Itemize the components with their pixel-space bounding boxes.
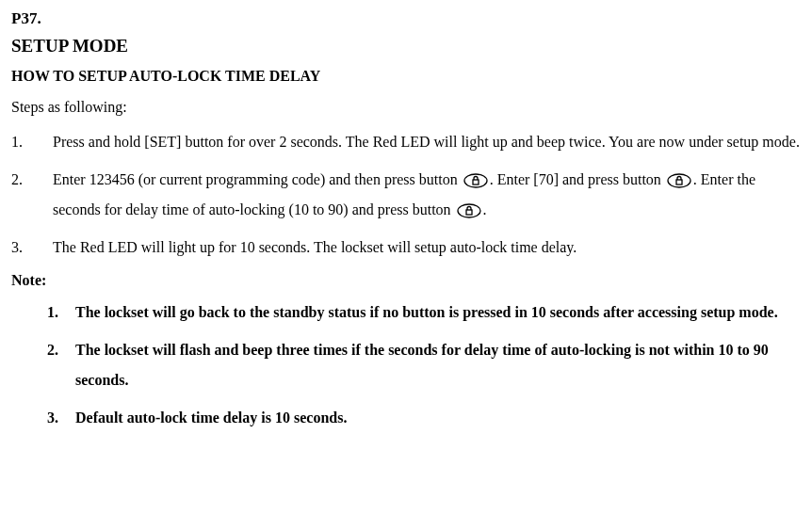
step-text-part: . xyxy=(483,201,487,217)
note-item: 3. Default auto-lock time delay is 10 se… xyxy=(47,403,801,433)
svg-rect-5 xyxy=(466,210,472,215)
note-number: 3. xyxy=(47,403,75,433)
step-text: The Red LED will light up for 10 seconds… xyxy=(53,233,801,263)
svg-rect-3 xyxy=(676,180,682,185)
step-number: 3. xyxy=(11,233,53,263)
note-text: Default auto-lock time delay is 10 secon… xyxy=(75,403,801,433)
note-text: The lockset will go back to the standby … xyxy=(75,297,801,328)
step-item: 3. The Red LED will light up for 10 seco… xyxy=(11,233,801,263)
note-item: 1. The lockset will go back to the stand… xyxy=(47,297,801,328)
step-item: 1. Press and hold [SET] button for over … xyxy=(11,127,801,157)
step-text: Press and hold [SET] button for over 2 s… xyxy=(53,127,801,157)
step-number: 2. xyxy=(11,165,53,225)
note-text: The lockset will flash and beep three ti… xyxy=(75,335,801,395)
svg-rect-1 xyxy=(473,180,479,185)
note-number: 2. xyxy=(47,335,75,395)
note-item: 2. The lockset will flash and beep three… xyxy=(47,335,801,395)
section-title: SETUP MODE xyxy=(11,34,801,59)
lock-button-icon xyxy=(457,203,481,218)
step-number: 1. xyxy=(11,127,53,157)
step-text-part: Enter 123456 (or current programming cod… xyxy=(53,171,462,187)
lock-button-icon xyxy=(463,173,488,188)
steps-intro: Steps as following: xyxy=(11,97,801,118)
step-item: 2. Enter 123456 (or current programming … xyxy=(11,165,801,225)
page-label: P37. xyxy=(11,8,801,30)
step-text: Enter 123456 (or current programming cod… xyxy=(53,165,801,225)
notes-list: 1. The lockset will go back to the stand… xyxy=(11,297,801,433)
note-label: Note: xyxy=(11,270,801,291)
note-number: 1. xyxy=(47,297,75,328)
lock-button-icon xyxy=(667,173,691,188)
subsection-title: HOW TO SETUP AUTO-LOCK TIME DELAY xyxy=(11,66,801,87)
steps-list: 1. Press and hold [SET] button for over … xyxy=(11,127,801,263)
step-text-part: . Enter [70] and press button xyxy=(490,171,665,187)
